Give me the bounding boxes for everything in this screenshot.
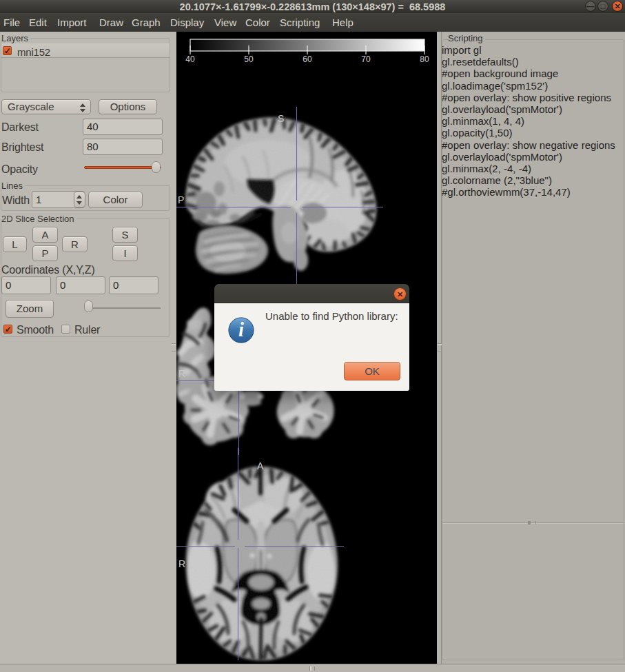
svg-text:R: R bbox=[178, 558, 185, 569]
svg-text:70: 70 bbox=[361, 54, 371, 64]
svg-text:50: 50 bbox=[244, 54, 254, 64]
svg-text:P: P bbox=[178, 194, 184, 205]
svg-text:i: i bbox=[238, 319, 244, 340]
svg-text:R: R bbox=[178, 368, 185, 379]
svg-text:A: A bbox=[257, 460, 264, 471]
svg-text:80: 80 bbox=[420, 54, 429, 64]
svg-text:S: S bbox=[278, 113, 284, 124]
svg-text:40: 40 bbox=[185, 54, 195, 64]
svg-text:60: 60 bbox=[303, 54, 312, 64]
